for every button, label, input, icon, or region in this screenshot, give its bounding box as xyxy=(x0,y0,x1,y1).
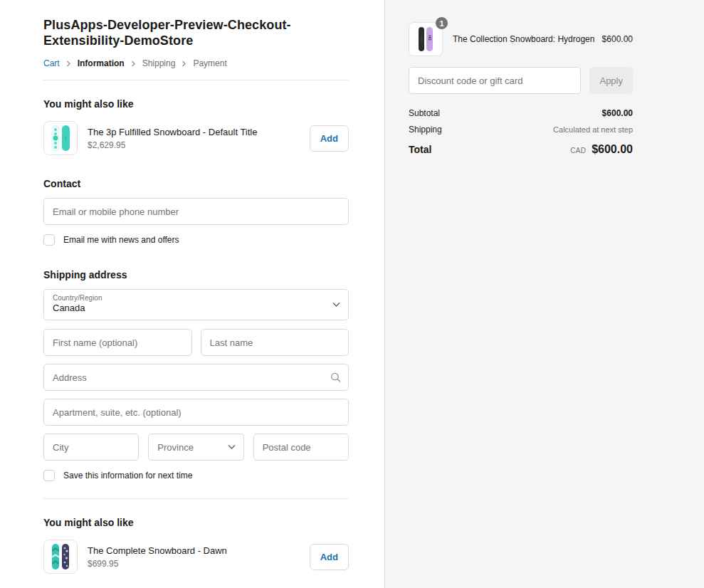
save-info-row: Save this information for next time xyxy=(43,470,349,481)
svg-text:H2: H2 xyxy=(428,35,432,41)
quantity-badge: 1 xyxy=(435,16,448,30)
province-select[interactable]: Province xyxy=(148,434,243,461)
country-select-value: Canada xyxy=(53,303,340,314)
contact-section: Contact Email me with news and offers xyxy=(43,178,349,246)
save-info-checkbox[interactable] xyxy=(43,470,55,481)
add-product-button[interactable]: Add xyxy=(310,544,349,570)
checkout-main-panel: PlusApps-Developer-Preview-Checkout-Exte… xyxy=(0,0,384,588)
totals-block: Subtotal $600.00 Shipping Calculated at … xyxy=(409,108,633,156)
upsell-product-price: $2,629.95 xyxy=(88,140,310,150)
upsell-product-info: The 3p Fulfilled Snowboard - Default Tit… xyxy=(88,127,310,150)
apartment-field[interactable] xyxy=(43,399,349,426)
section-divider xyxy=(43,498,349,499)
shipping-note: Calculated at next step xyxy=(553,125,633,134)
upsell-product-price: $699.95 xyxy=(88,559,310,569)
breadcrumb: Cart Information Shipping Payment xyxy=(43,58,349,68)
shipping-label: Shipping xyxy=(409,125,442,135)
chevron-down-icon xyxy=(332,303,340,308)
shipping-row: Shipping Calculated at next step xyxy=(409,125,633,135)
chevron-down-icon xyxy=(228,445,236,450)
breadcrumb-shipping: Shipping xyxy=(142,58,176,68)
total-label: Total xyxy=(409,144,431,155)
subtotal-row: Subtotal $600.00 xyxy=(409,108,633,118)
last-name-field[interactable] xyxy=(201,329,350,356)
search-icon xyxy=(330,372,341,383)
breadcrumb-cart[interactable]: Cart xyxy=(43,58,60,68)
subtotal-label: Subtotal xyxy=(409,108,440,118)
email-field[interactable] xyxy=(43,198,349,225)
city-field[interactable] xyxy=(43,434,139,461)
order-line-item: H2 1 The Collection Snowboard: Hydrogen … xyxy=(409,22,633,56)
country-select[interactable]: Country/Region Canada xyxy=(43,289,349,320)
upsell-heading: You might also like xyxy=(43,517,349,528)
upsell-section-top: You might also like The 3p Ful xyxy=(43,98,349,155)
product-thumbnail-dawn-snowboard xyxy=(43,540,78,574)
breadcrumb-information: Information xyxy=(78,58,125,68)
upsell-product-row: The 3p Fulfilled Snowboard - Default Tit… xyxy=(43,121,349,155)
newsletter-row: Email me with news and offers xyxy=(43,234,349,246)
breadcrumb-payment: Payment xyxy=(193,58,226,68)
upsell-product-title: The 3p Fulfilled Snowboard - Default Tit… xyxy=(88,127,310,138)
save-info-label: Save this information for next time xyxy=(63,471,192,481)
upsell-product-info: The Complete Snowboard - Dawn $699.95 xyxy=(88,545,310,569)
upsell-section-bottom: You might also like xyxy=(43,517,349,574)
upsell-heading: You might also like xyxy=(43,98,349,110)
line-item-price: $600.00 xyxy=(602,34,633,44)
newsletter-label: Email me with news and offers xyxy=(63,235,179,245)
discount-row: Apply xyxy=(409,67,633,94)
line-item-thumbnail-wrap: H2 1 xyxy=(409,22,443,56)
contact-heading: Contact xyxy=(43,178,349,189)
discount-code-field[interactable] xyxy=(409,67,581,94)
chevron-right-icon xyxy=(66,61,71,67)
subtotal-value: $600.00 xyxy=(602,108,633,118)
line-item-title: The Collection Snowboard: Hydrogen xyxy=(453,34,595,45)
province-select-value: Province xyxy=(157,442,194,453)
country-select-label: Country/Region xyxy=(53,294,340,303)
chevron-right-icon xyxy=(131,61,136,67)
header-divider xyxy=(43,80,349,80)
address-field[interactable] xyxy=(43,364,349,391)
apply-discount-button[interactable]: Apply xyxy=(589,67,633,94)
shipping-address-section: Shipping address Country/Region Canada xyxy=(43,269,349,481)
total-row: Total CAD $600.00 xyxy=(409,143,633,156)
product-thumbnail-3p-snowboard xyxy=(43,121,78,155)
add-product-button[interactable]: Add xyxy=(310,125,349,152)
postal-code-field[interactable] xyxy=(253,434,349,461)
newsletter-checkbox[interactable] xyxy=(43,234,55,246)
order-summary-panel: H2 1 The Collection Snowboard: Hydrogen … xyxy=(384,0,704,588)
upsell-product-title: The Complete Snowboard - Dawn xyxy=(88,545,310,557)
chevron-right-icon xyxy=(182,61,186,67)
total-currency: CAD xyxy=(570,147,586,154)
store-title: PlusApps-Developer-Preview-Checkout-Exte… xyxy=(43,17,349,48)
shipping-address-heading: Shipping address xyxy=(43,269,349,280)
total-value: $600.00 xyxy=(592,143,633,156)
first-name-field[interactable] xyxy=(43,329,192,356)
upsell-product-row: The Complete Snowboard - Dawn $699.95 Ad… xyxy=(43,540,349,574)
